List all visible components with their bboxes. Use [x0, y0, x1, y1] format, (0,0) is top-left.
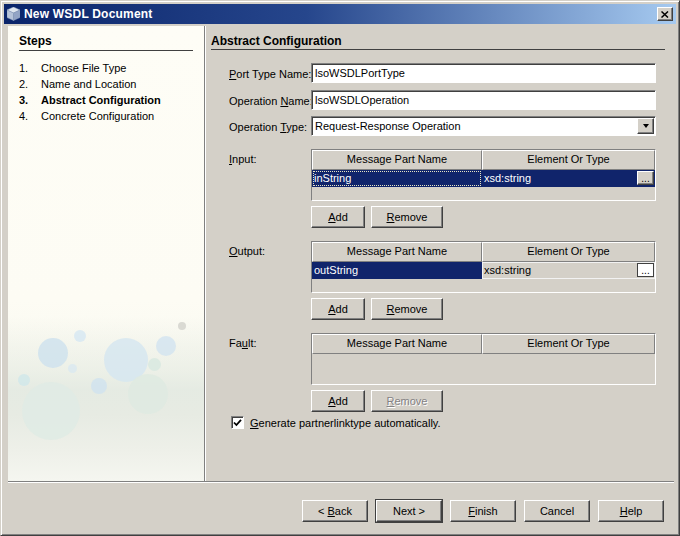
wsdl-cube-icon: [7, 7, 20, 21]
output-table-header: Message Part Name Element Or Type: [312, 242, 655, 262]
column-header-element-or-type: Element Or Type: [482, 150, 655, 170]
input-remove-button[interactable]: Remove: [371, 206, 443, 228]
output-remove-button[interactable]: Remove: [371, 298, 443, 320]
operation-type-dropdown-button[interactable]: [637, 118, 654, 134]
close-icon: [661, 11, 669, 18]
operation-type-label: Operation Type:: [229, 121, 307, 133]
window-title: New WSDL Document: [24, 7, 153, 21]
input-type-browse-button[interactable]: ...: [637, 171, 654, 185]
input-table-row[interactable]: inString xsd:string ...: [312, 170, 655, 187]
port-type-name-input[interactable]: [311, 63, 656, 83]
generate-partnerlinktype-label[interactable]: Generate partnerlinktype automatically.: [250, 417, 441, 429]
new-wsdl-document-dialog: New WSDL Document Steps 1. Choose: [0, 0, 680, 536]
next-button[interactable]: Next >: [376, 500, 442, 522]
operation-type-select[interactable]: Request-Response Operation: [311, 116, 656, 136]
operation-name-label: Operation Name:: [229, 95, 313, 107]
page-title-rule: [211, 49, 665, 50]
fault-remove-button-disabled: Remove: [371, 390, 443, 412]
step-item-choose-file-type: 1. Choose File Type: [19, 60, 200, 76]
checkmark-icon: [233, 419, 242, 427]
fault-table: Message Part Name Element Or Type: [311, 333, 656, 385]
step-item-abstract-configuration-current: 3. Abstract Configuration: [19, 92, 200, 108]
close-button[interactable]: [657, 7, 673, 21]
steps-panel: Steps 1. Choose File Type 2. Name and Lo…: [8, 26, 204, 481]
input-label: Input:: [229, 153, 257, 165]
output-add-button[interactable]: Add: [311, 298, 365, 320]
column-header-message-part-name: Message Part Name: [312, 334, 482, 354]
column-header-element-or-type: Element Or Type: [482, 242, 655, 262]
step-item-concrete-configuration: 4. Concrete Configuration: [19, 108, 200, 124]
output-type-cell[interactable]: xsd:string ...: [482, 262, 655, 279]
finish-button[interactable]: Finish: [450, 500, 516, 522]
output-type-browse-button[interactable]: ...: [637, 263, 654, 277]
step-item-name-and-location: 2. Name and Location: [19, 76, 200, 92]
steps-list: 1. Choose File Type 2. Name and Location…: [19, 60, 200, 124]
steps-title-rule: [19, 50, 193, 51]
cancel-button[interactable]: Cancel: [524, 500, 590, 522]
page-title: Abstract Configuration: [211, 34, 342, 48]
generate-partnerlinktype-checkbox[interactable]: [231, 416, 244, 429]
column-header-message-part-name: Message Part Name: [312, 242, 482, 262]
panel-divider-highlight: [205, 26, 206, 481]
output-part-cell[interactable]: outString: [312, 262, 482, 279]
fault-table-header: Message Part Name Element Or Type: [312, 334, 655, 354]
input-table-header: Message Part Name Element Or Type: [312, 150, 655, 170]
output-table-row[interactable]: outString xsd:string ...: [312, 262, 655, 279]
steps-title: Steps: [19, 34, 52, 48]
fault-add-button[interactable]: Add: [311, 390, 365, 412]
column-header-message-part-name: Message Part Name: [312, 150, 482, 170]
port-type-name-label: Port Type Name:: [229, 68, 311, 80]
chevron-down-icon: [643, 124, 649, 128]
input-table: Message Part Name Element Or Type inStri…: [311, 149, 656, 201]
input-part-cell[interactable]: inString: [312, 170, 482, 187]
input-type-cell[interactable]: xsd:string ...: [482, 170, 655, 187]
column-header-element-or-type: Element Or Type: [482, 334, 655, 354]
bubbles-decoration: [8, 316, 204, 481]
output-label: Output:: [229, 245, 265, 257]
fault-label: Fault:: [229, 337, 257, 349]
output-table: Message Part Name Element Or Type outStr…: [311, 241, 656, 293]
input-add-button[interactable]: Add: [311, 206, 365, 228]
titlebar[interactable]: New WSDL Document: [4, 4, 676, 24]
footer-divider: [8, 481, 674, 483]
back-button[interactable]: < Back: [302, 500, 368, 522]
help-button[interactable]: Help: [598, 500, 664, 522]
operation-type-value: Request-Response Operation: [315, 120, 652, 132]
operation-name-input[interactable]: [311, 90, 656, 110]
